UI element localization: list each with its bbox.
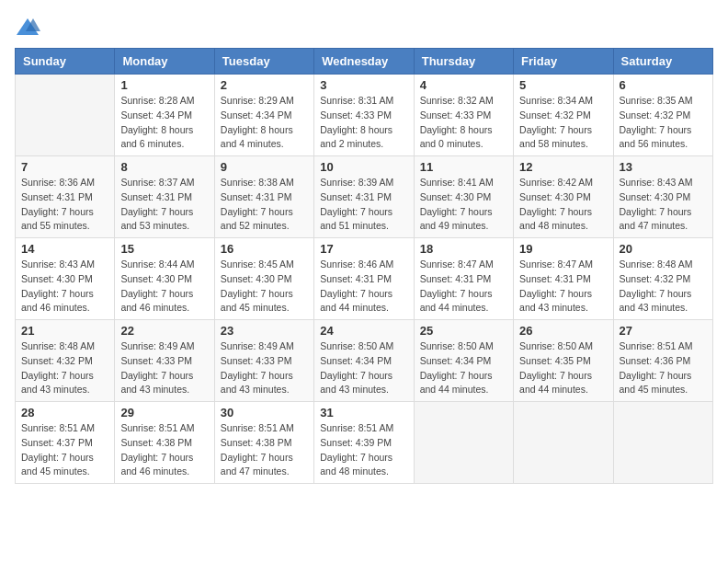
day-number: 6: [620, 78, 707, 92]
day-info: Sunrise: 8:49 AMSunset: 4:33 PMDaylight:…: [120, 339, 208, 397]
day-info: Sunrise: 8:51 AMSunset: 4:37 PMDaylight:…: [21, 421, 108, 479]
day-number: 14: [21, 242, 108, 256]
calendar-week-1: 1Sunrise: 8:28 AMSunset: 4:34 PMDaylight…: [16, 75, 713, 156]
calendar-week-4: 21Sunrise: 8:48 AMSunset: 4:32 PMDayligh…: [16, 320, 713, 402]
day-info: Sunrise: 8:50 AMSunset: 4:35 PMDaylight:…: [519, 339, 607, 397]
calendar-cell: 10Sunrise: 8:39 AMSunset: 4:31 PMDayligh…: [314, 156, 414, 238]
day-info: Sunrise: 8:37 AMSunset: 4:31 PMDaylight:…: [120, 176, 208, 234]
day-info: Sunrise: 8:49 AMSunset: 4:33 PMDaylight:…: [221, 339, 308, 397]
day-info: Sunrise: 8:51 AMSunset: 4:38 PMDaylight:…: [221, 421, 308, 479]
column-header-thursday: Thursday: [414, 49, 513, 75]
calendar-cell: 7Sunrise: 8:36 AMSunset: 4:31 PMDaylight…: [16, 156, 115, 238]
day-info: Sunrise: 8:50 AMSunset: 4:34 PMDaylight:…: [420, 339, 507, 397]
calendar-cell: 3Sunrise: 8:31 AMSunset: 4:33 PMDaylight…: [314, 75, 414, 156]
day-number: 3: [320, 78, 407, 92]
day-info: Sunrise: 8:28 AMSunset: 4:34 PMDaylight:…: [120, 94, 208, 152]
day-number: 9: [221, 160, 308, 174]
calendar-cell: 24Sunrise: 8:50 AMSunset: 4:34 PMDayligh…: [314, 320, 414, 402]
day-info: Sunrise: 8:29 AMSunset: 4:34 PMDaylight:…: [221, 94, 308, 152]
day-info: Sunrise: 8:47 AMSunset: 4:31 PMDaylight:…: [519, 258, 607, 316]
day-number: 16: [221, 242, 308, 256]
calendar-cell: 18Sunrise: 8:47 AMSunset: 4:31 PMDayligh…: [414, 238, 513, 320]
calendar-cell: 13Sunrise: 8:43 AMSunset: 4:30 PMDayligh…: [613, 156, 712, 238]
day-number: 30: [221, 406, 308, 419]
calendar-week-5: 28Sunrise: 8:51 AMSunset: 4:37 PMDayligh…: [16, 402, 713, 484]
day-info: Sunrise: 8:38 AMSunset: 4:31 PMDaylight:…: [221, 176, 308, 234]
day-info: Sunrise: 8:46 AMSunset: 4:31 PMDaylight:…: [320, 258, 407, 316]
day-number: 26: [519, 324, 607, 338]
day-info: Sunrise: 8:51 AMSunset: 4:39 PMDaylight:…: [320, 421, 407, 479]
day-info: Sunrise: 8:36 AMSunset: 4:31 PMDaylight:…: [21, 176, 108, 234]
day-number: 28: [21, 406, 108, 419]
day-number: 8: [120, 160, 208, 174]
calendar-cell: 14Sunrise: 8:43 AMSunset: 4:30 PMDayligh…: [16, 238, 115, 320]
calendar-cell: 28Sunrise: 8:51 AMSunset: 4:37 PMDayligh…: [16, 402, 115, 484]
calendar-cell: 2Sunrise: 8:29 AMSunset: 4:34 PMDaylight…: [214, 75, 313, 156]
day-number: 22: [120, 324, 208, 338]
calendar-cell: 25Sunrise: 8:50 AMSunset: 4:34 PMDayligh…: [414, 320, 513, 402]
page-header: [15, 15, 713, 40]
calendar-cell: 5Sunrise: 8:34 AMSunset: 4:32 PMDaylight…: [514, 75, 613, 156]
day-number: 10: [320, 160, 407, 174]
day-number: 18: [420, 242, 507, 256]
column-header-saturday: Saturday: [613, 49, 712, 75]
calendar-cell: 21Sunrise: 8:48 AMSunset: 4:32 PMDayligh…: [16, 320, 115, 402]
calendar-cell: 15Sunrise: 8:44 AMSunset: 4:30 PMDayligh…: [115, 238, 214, 320]
day-number: 15: [120, 242, 208, 256]
calendar-cell: 30Sunrise: 8:51 AMSunset: 4:38 PMDayligh…: [214, 402, 313, 484]
day-info: Sunrise: 8:48 AMSunset: 4:32 PMDaylight:…: [21, 339, 108, 397]
day-number: 11: [420, 160, 507, 174]
calendar-cell: 9Sunrise: 8:38 AMSunset: 4:31 PMDaylight…: [214, 156, 313, 238]
day-number: 7: [21, 160, 108, 174]
calendar-cell: 1Sunrise: 8:28 AMSunset: 4:34 PMDaylight…: [115, 75, 214, 156]
day-number: 21: [21, 324, 108, 338]
calendar-cell: 29Sunrise: 8:51 AMSunset: 4:38 PMDayligh…: [115, 402, 214, 484]
day-number: 24: [320, 324, 407, 338]
column-header-sunday: Sunday: [16, 49, 115, 75]
calendar-cell: 19Sunrise: 8:47 AMSunset: 4:31 PMDayligh…: [514, 238, 613, 320]
day-info: Sunrise: 8:42 AMSunset: 4:30 PMDaylight:…: [519, 176, 607, 234]
logo-icon: [15, 15, 40, 40]
day-number: 29: [120, 406, 208, 419]
day-info: Sunrise: 8:43 AMSunset: 4:30 PMDaylight:…: [21, 258, 108, 316]
day-info: Sunrise: 8:39 AMSunset: 4:31 PMDaylight:…: [320, 176, 407, 234]
calendar-cell: 22Sunrise: 8:49 AMSunset: 4:33 PMDayligh…: [115, 320, 214, 402]
day-number: 4: [420, 78, 507, 92]
calendar-cell: 31Sunrise: 8:51 AMSunset: 4:39 PMDayligh…: [314, 402, 414, 484]
day-info: Sunrise: 8:51 AMSunset: 4:38 PMDaylight:…: [120, 421, 208, 479]
day-number: 31: [320, 406, 407, 419]
day-number: 12: [519, 160, 607, 174]
calendar-week-2: 7Sunrise: 8:36 AMSunset: 4:31 PMDaylight…: [16, 156, 713, 238]
calendar-table: SundayMondayTuesdayWednesdayThursdayFrid…: [15, 48, 713, 484]
day-info: Sunrise: 8:41 AMSunset: 4:30 PMDaylight:…: [420, 176, 507, 234]
calendar-cell: 16Sunrise: 8:45 AMSunset: 4:30 PMDayligh…: [214, 238, 313, 320]
day-number: 20: [620, 242, 707, 256]
logo: [15, 15, 44, 40]
day-info: Sunrise: 8:47 AMSunset: 4:31 PMDaylight:…: [420, 258, 507, 316]
calendar-cell: 17Sunrise: 8:46 AMSunset: 4:31 PMDayligh…: [314, 238, 414, 320]
day-number: 19: [519, 242, 607, 256]
calendar-week-3: 14Sunrise: 8:43 AMSunset: 4:30 PMDayligh…: [16, 238, 713, 320]
day-info: Sunrise: 8:43 AMSunset: 4:30 PMDaylight:…: [620, 176, 707, 234]
day-number: 5: [519, 78, 607, 92]
calendar-cell: 11Sunrise: 8:41 AMSunset: 4:30 PMDayligh…: [414, 156, 513, 238]
day-info: Sunrise: 8:35 AMSunset: 4:32 PMDaylight:…: [620, 94, 707, 152]
day-number: 25: [420, 324, 507, 338]
calendar-cell: 12Sunrise: 8:42 AMSunset: 4:30 PMDayligh…: [514, 156, 613, 238]
day-info: Sunrise: 8:45 AMSunset: 4:30 PMDaylight:…: [221, 258, 308, 316]
day-info: Sunrise: 8:31 AMSunset: 4:33 PMDaylight:…: [320, 94, 407, 152]
calendar-cell: 20Sunrise: 8:48 AMSunset: 4:32 PMDayligh…: [613, 238, 712, 320]
column-header-wednesday: Wednesday: [314, 49, 414, 75]
column-header-tuesday: Tuesday: [214, 49, 313, 75]
column-header-friday: Friday: [514, 49, 613, 75]
calendar-cell: 27Sunrise: 8:51 AMSunset: 4:36 PMDayligh…: [613, 320, 712, 402]
day-number: 27: [620, 324, 707, 338]
day-number: 13: [620, 160, 707, 174]
calendar-cell: [514, 402, 613, 484]
day-number: 2: [221, 78, 308, 92]
calendar-cell: 26Sunrise: 8:50 AMSunset: 4:35 PMDayligh…: [514, 320, 613, 402]
day-info: Sunrise: 8:34 AMSunset: 4:32 PMDaylight:…: [519, 94, 607, 152]
day-number: 17: [320, 242, 407, 256]
day-number: 1: [120, 78, 208, 92]
day-info: Sunrise: 8:32 AMSunset: 4:33 PMDaylight:…: [420, 94, 507, 152]
